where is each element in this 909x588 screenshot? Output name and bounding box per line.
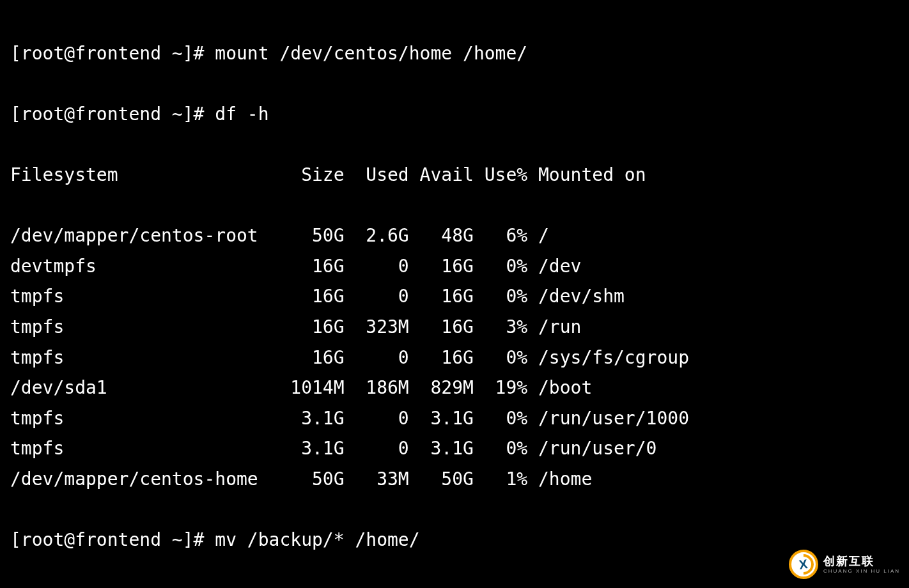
df-row: tmpfs 3.1G 0 3.1G 0% /run/user/0: [10, 433, 899, 464]
logo-icon: X: [789, 550, 818, 579]
prompt: [root@frontend ~]#: [10, 529, 215, 550]
terminal-output[interactable]: [root@frontend ~]# mount /dev/centos/hom…: [0, 0, 909, 588]
cmd-line-mount: [root@frontend ~]# mount /dev/centos/hom…: [10, 38, 899, 69]
watermark-brand-cn: 创新互联: [823, 555, 900, 567]
df-row: tmpfs 16G 0 16G 0% /sys/fs/cgroup: [10, 343, 899, 373]
cmd-line-mv: [root@frontend ~]# mv /backup/* /home/: [10, 525, 899, 555]
df-row: tmpfs 16G 0 16G 0% /dev/shm: [10, 281, 899, 312]
command-mount: mount /dev/centos/home /home/: [215, 43, 527, 64]
cmd-line-df: [root@frontend ~]# df -h: [10, 99, 899, 130]
watermark-brand-en: CHUANG XIN HU LIAN: [823, 569, 900, 574]
cmd-line-empty: [root@frontend ~]#: [10, 585, 899, 588]
prompt: [root@frontend ~]#: [10, 104, 215, 125]
watermark: X 创新互联 CHUANG XIN HU LIAN: [789, 550, 900, 579]
df-header: Filesystem Size Used Avail Use% Mounted …: [10, 160, 899, 190]
prompt: [root@frontend ~]#: [10, 43, 215, 64]
df-row: /dev/mapper/centos-home 50G 33M 50G 1% /…: [10, 464, 899, 495]
df-row: tmpfs 16G 323M 16G 3% /run: [10, 312, 899, 343]
df-row: /dev/sda1 1014M 186M 829M 19% /boot: [10, 373, 899, 403]
df-row: devtmpfs 16G 0 16G 0% /dev: [10, 251, 899, 282]
df-row: tmpfs 3.1G 0 3.1G 0% /run/user/1000: [10, 403, 899, 434]
watermark-text: 创新互联 CHUANG XIN HU LIAN: [823, 555, 900, 574]
df-row: /dev/mapper/centos-root 50G 2.6G 48G 6% …: [10, 220, 899, 251]
command-mv: mv /backup/* /home/: [215, 529, 419, 550]
command-df: df -h: [215, 104, 268, 125]
